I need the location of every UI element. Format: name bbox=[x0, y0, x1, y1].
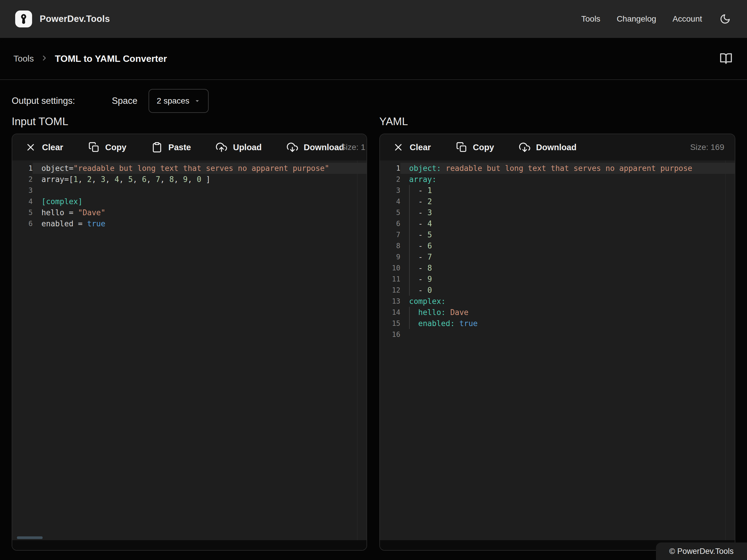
download-cloud-icon bbox=[519, 142, 530, 153]
code-line: 6enabled = true bbox=[12, 218, 366, 229]
line-number: 5 bbox=[12, 207, 33, 218]
copy-icon bbox=[456, 142, 467, 153]
code-line-content: object="readable but long text that serv… bbox=[33, 163, 366, 174]
copy-button[interactable]: Copy bbox=[88, 142, 127, 153]
nav-link-account[interactable]: Account bbox=[673, 14, 702, 24]
yaml-editor[interactable]: 1object: readable but long text that ser… bbox=[380, 160, 735, 540]
footer: © PowerDev.Tools bbox=[656, 542, 747, 560]
code-line-content: [complex] bbox=[33, 196, 366, 207]
code-line: 4[complex] bbox=[12, 196, 366, 207]
copyright-text: © PowerDev.Tools bbox=[669, 547, 733, 556]
code-line: 6 - 4 bbox=[380, 218, 735, 229]
upload-cloud-icon bbox=[216, 142, 227, 153]
output-toolbar: Clear Copy Download Size: 169 bbox=[380, 134, 735, 160]
yaml-output-panel: Clear Copy Download Size: 169 1object: r… bbox=[379, 134, 735, 551]
code-line: 3 bbox=[12, 185, 366, 196]
code-line: 9 - 7 bbox=[380, 251, 735, 263]
output-settings-row: Output settings: Space 2 spaces bbox=[12, 89, 747, 113]
toml-editor[interactable]: 1object="readable but long text that ser… bbox=[12, 160, 366, 540]
chevron-down-icon bbox=[194, 98, 201, 104]
input-panel-title: Input TOML bbox=[12, 114, 367, 129]
code-line: 3 - 1 bbox=[380, 185, 735, 196]
line-number: 2 bbox=[12, 174, 33, 185]
panel-bottom-strip bbox=[12, 540, 366, 550]
x-icon bbox=[25, 142, 36, 153]
wrench-logo-icon bbox=[15, 10, 32, 27]
code-line: 12 - 0 bbox=[380, 285, 735, 296]
clear-button[interactable]: Clear bbox=[393, 142, 431, 153]
line-number: 15 bbox=[380, 318, 400, 329]
line-number: 12 bbox=[380, 285, 400, 296]
code-line-content: - 1 bbox=[400, 185, 735, 196]
moon-icon bbox=[720, 14, 731, 25]
code-line-content: array=[1, 2, 3, 4, 5, 6, 7, 8, 9, 0 ] bbox=[33, 174, 366, 185]
space-select-value: 2 spaces bbox=[157, 96, 189, 106]
breadcrumb-tools-link[interactable]: Tools bbox=[14, 54, 34, 63]
size-label: Size: 169 bbox=[690, 143, 724, 152]
copy-icon bbox=[88, 142, 100, 153]
code-line: 11 - 9 bbox=[380, 273, 735, 285]
docs-button[interactable] bbox=[718, 51, 733, 66]
code-line-content: - 9 bbox=[400, 273, 735, 285]
page-title: TOML to YAML Converter bbox=[55, 53, 167, 64]
code-line: 2array=[1, 2, 3, 4, 5, 6, 7, 8, 9, 0 ] bbox=[12, 174, 366, 185]
code-line: 2array: bbox=[380, 174, 735, 185]
input-toml-panel: Clear Copy Paste Upload Download bbox=[12, 134, 367, 551]
code-line-content: - 4 bbox=[400, 218, 735, 229]
download-button[interactable]: Download bbox=[287, 142, 344, 153]
line-number: 6 bbox=[12, 218, 33, 229]
line-number: 1 bbox=[380, 163, 400, 174]
download-button[interactable]: Download bbox=[519, 142, 576, 153]
line-number: 14 bbox=[380, 307, 400, 318]
code-line: 5hello = "Dave" bbox=[12, 207, 366, 218]
code-line: 14 hello: Dave bbox=[380, 307, 735, 318]
line-number: 4 bbox=[380, 196, 400, 207]
code-line-content bbox=[33, 185, 366, 196]
line-number: 3 bbox=[12, 185, 33, 196]
code-line-content: - 6 bbox=[400, 240, 735, 251]
navbar: PowerDev.Tools Tools Changelog Account bbox=[0, 0, 747, 38]
code-line-content: - 0 bbox=[400, 285, 735, 296]
space-select[interactable]: 2 spaces bbox=[149, 89, 209, 113]
code-line-content: enabled: true bbox=[400, 318, 735, 329]
breadcrumb: Tools TOML to YAML Converter bbox=[0, 38, 747, 80]
line-number: 4 bbox=[12, 196, 33, 207]
line-number: 1 bbox=[12, 163, 33, 174]
code-line: 15 enabled: true bbox=[380, 318, 735, 329]
code-line: 8 - 6 bbox=[380, 240, 735, 251]
book-open-icon bbox=[720, 52, 732, 65]
code-line-content: - 2 bbox=[400, 196, 735, 207]
line-number: 3 bbox=[380, 185, 400, 196]
dark-mode-toggle[interactable] bbox=[718, 12, 732, 26]
input-toolbar: Clear Copy Paste Upload Download bbox=[12, 134, 366, 160]
brand-title: PowerDev.Tools bbox=[40, 14, 110, 24]
output-settings-label: Output settings: bbox=[12, 96, 75, 106]
code-line: 13complex: bbox=[380, 296, 735, 307]
code-line-content: - 7 bbox=[400, 251, 735, 263]
line-number: 13 bbox=[380, 296, 400, 307]
line-number: 7 bbox=[380, 229, 400, 240]
x-icon bbox=[393, 142, 404, 153]
copy-button[interactable]: Copy bbox=[456, 142, 494, 153]
code-line-content: array: bbox=[400, 174, 735, 185]
upload-button[interactable]: Upload bbox=[216, 142, 261, 153]
code-line-content: object: readable but long text that serv… bbox=[400, 163, 735, 174]
clear-button[interactable]: Clear bbox=[25, 142, 63, 153]
download-cloud-icon bbox=[287, 142, 298, 153]
code-line: 4 - 2 bbox=[380, 196, 735, 207]
chevron-right-icon bbox=[40, 54, 48, 63]
code-line: 5 - 3 bbox=[380, 207, 735, 218]
brand[interactable]: PowerDev.Tools bbox=[15, 10, 110, 27]
size-label: Size: 1 bbox=[340, 143, 365, 152]
code-line: 1object: readable but long text that ser… bbox=[380, 163, 735, 174]
line-number: 6 bbox=[380, 218, 400, 229]
line-number: 2 bbox=[380, 174, 400, 185]
horizontal-scrollbar-thumb[interactable] bbox=[17, 536, 43, 539]
clipboard-icon bbox=[151, 142, 162, 153]
nav-link-changelog[interactable]: Changelog bbox=[617, 14, 656, 24]
code-line-content: complex: bbox=[400, 296, 735, 307]
paste-button[interactable]: Paste bbox=[151, 142, 191, 153]
code-line-content: hello = "Dave" bbox=[33, 207, 366, 218]
code-line-content: - 8 bbox=[400, 263, 735, 273]
nav-link-tools[interactable]: Tools bbox=[581, 14, 600, 24]
